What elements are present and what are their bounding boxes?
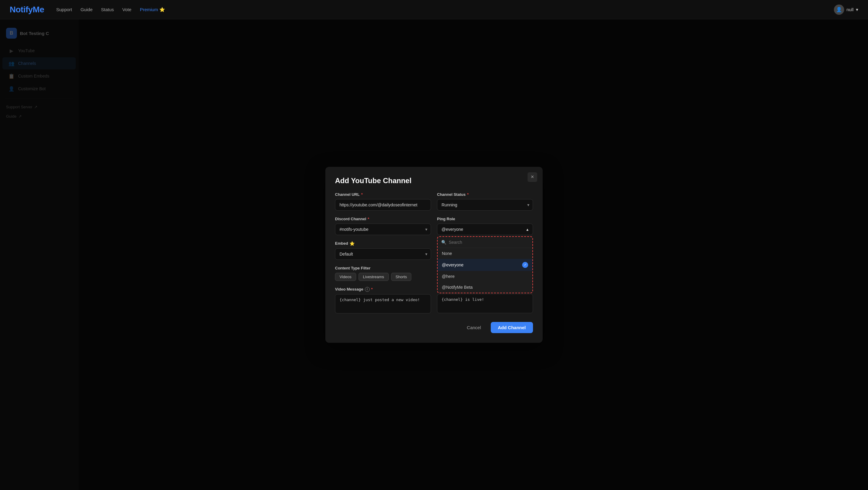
info-icon[interactable]: i <box>365 287 370 292</box>
add-channel-modal: Add YouTube Channel × Channel URL * Chan… <box>326 167 542 343</box>
ping-option-notifyme-beta[interactable]: @NotifyMe Beta <box>438 282 532 293</box>
ping-role-wrapper: @everyone ▴ 🔍 None <box>437 224 533 235</box>
nav-support[interactable]: Support <box>56 7 72 12</box>
search-icon: 🔍 <box>441 240 446 245</box>
channel-status-select[interactable]: Running Paused <box>437 199 533 210</box>
video-message-group: Video Message i * {channel} just posted … <box>335 287 431 315</box>
brand-logo: NotifyMe <box>10 5 44 14</box>
ping-role-value: @everyone <box>441 227 463 232</box>
filter-tag-videos[interactable]: Videos <box>335 273 356 281</box>
avatar: 👤 <box>834 4 844 15</box>
discord-channel-select-wrapper: #notifs-youtube #general <box>335 224 431 235</box>
channel-status-required: * <box>467 192 469 197</box>
video-message-required: * <box>371 287 373 291</box>
nav-vote[interactable]: Vote <box>122 7 131 12</box>
navbar: NotifyMe Support Guide Status Vote Premi… <box>0 0 868 19</box>
channel-status-label: Channel Status * <box>437 192 533 197</box>
form-row-2: Discord Channel * #notifs-youtube #gener… <box>335 217 533 235</box>
ping-role-label: Ping Role <box>437 217 533 221</box>
ping-role-trigger[interactable]: @everyone ▴ <box>437 224 533 235</box>
star-icon: ⭐ <box>159 7 165 12</box>
live-message-input[interactable]: {channel} is live! <box>437 294 533 313</box>
channel-url-group: Channel URL * <box>335 192 431 210</box>
ping-role-group: Ping Role @everyone ▴ 🔍 Non <box>437 217 533 235</box>
user-menu[interactable]: 👤 null ▾ <box>834 4 858 15</box>
username: null <box>846 7 854 12</box>
check-icon: ✓ <box>522 262 528 268</box>
add-channel-button[interactable]: Add Channel <box>491 322 533 333</box>
ping-search-input[interactable] <box>449 240 529 245</box>
brand-name-part1: Notify <box>10 5 33 14</box>
video-message-label: Video Message i * <box>335 287 431 292</box>
discord-channel-group: Discord Channel * #notifs-youtube #gener… <box>335 217 431 235</box>
embed-select[interactable]: Default Custom <box>335 248 431 260</box>
video-message-input[interactable]: {channel} just posted a new video! <box>335 294 431 314</box>
embed-group: Embed ⭐ Default Custom <box>335 241 431 260</box>
brand-name-part2: Me <box>33 5 44 14</box>
embed-premium-star: ⭐ <box>349 241 354 246</box>
channel-url-input[interactable] <box>335 199 431 210</box>
embed-label: Embed ⭐ <box>335 241 431 246</box>
modal-overlay: Add YouTube Channel × Channel URL * Chan… <box>0 19 868 490</box>
chevron-down-icon: ▾ <box>856 7 858 12</box>
form-row-1: Channel URL * Channel Status * Running P… <box>335 192 533 210</box>
embed-select-wrapper: Default Custom <box>335 248 431 260</box>
ping-search-container: 🔍 <box>438 237 532 248</box>
modal-title: Add YouTube Channel <box>335 176 533 185</box>
modal-actions: Cancel Add Channel <box>335 322 533 333</box>
ping-option-none[interactable]: None <box>438 248 532 259</box>
filter-tag-livestreams[interactable]: Livestreams <box>359 273 389 281</box>
navbar-links: Support Guide Status Vote Premium ⭐ <box>56 7 834 12</box>
nav-guide[interactable]: Guide <box>81 7 93 12</box>
ping-role-dropdown: 🔍 None @everyone ✓ @here <box>437 236 533 293</box>
nav-status[interactable]: Status <box>101 7 114 12</box>
chevron-up-icon: ▴ <box>526 227 528 232</box>
page-layout: B Bot Testing C ▶ YouTube 👥 Channels 📋 C… <box>0 19 868 490</box>
discord-channel-label: Discord Channel * <box>335 217 431 221</box>
modal-close-button[interactable]: × <box>528 172 537 182</box>
channel-status-group: Channel Status * Running Paused <box>437 192 533 210</box>
filter-tag-shorts[interactable]: Shorts <box>391 273 412 281</box>
ping-option-here[interactable]: @here <box>438 271 532 282</box>
discord-channel-required: * <box>368 217 369 221</box>
discord-channel-select[interactable]: #notifs-youtube #general <box>335 224 431 235</box>
cancel-button[interactable]: Cancel <box>461 322 487 333</box>
channel-url-required: * <box>361 192 363 197</box>
ping-option-everyone[interactable]: @everyone ✓ <box>438 259 532 271</box>
channel-status-select-wrapper: Running Paused <box>437 199 533 210</box>
channel-url-label: Channel URL * <box>335 192 431 197</box>
nav-premium[interactable]: Premium ⭐ <box>140 7 165 12</box>
